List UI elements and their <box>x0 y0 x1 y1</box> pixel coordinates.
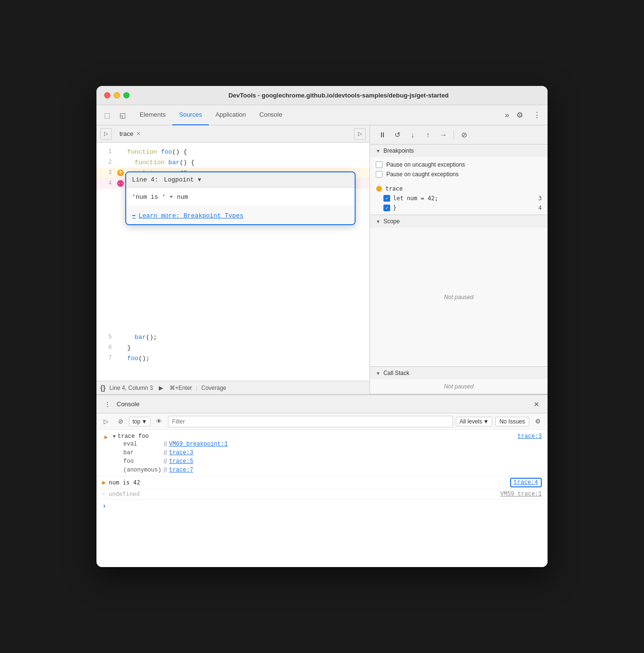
console-result-num: ▶ num is 42 trace:4 <box>96 476 548 489</box>
breakpoints-label: Breakpoints <box>383 147 414 154</box>
pause-icon[interactable]: ⏸ <box>376 129 388 141</box>
file-panel-end-icon[interactable]: ▷ <box>354 128 366 140</box>
callstack-header[interactable]: ▼ Call Stack <box>370 367 548 379</box>
inspect-icon[interactable]: ⬚ <box>100 109 114 122</box>
close-button[interactable] <box>104 92 110 98</box>
toolbar-separator <box>453 131 454 139</box>
file-tab-close-icon[interactable]: ✕ <box>135 130 142 138</box>
stack-link-foo[interactable]: trace:5 <box>169 458 193 465</box>
tab-console[interactable]: Console <box>253 105 289 125</box>
tab-application[interactable]: Application <box>209 105 253 125</box>
logpoint-popup: Line 4: Logpoint ▼ ➡ Learn more: Breakpo… <box>125 171 356 225</box>
console-toolbar: ▷ ⊘ top ▼ 👁 All levels ▼ No Issues ⚙ <box>96 413 548 430</box>
run-button[interactable]: ▶ <box>157 384 166 392</box>
bp-line-1: 3 <box>538 195 542 202</box>
logpoint-type-text: Logpoint <box>164 176 194 183</box>
traffic-lights <box>104 92 130 98</box>
learn-more-link[interactable]: ➡ Learn more: Breakpoint Types <box>132 212 349 219</box>
context-label: top <box>132 418 141 425</box>
scope-arrow-icon: ▼ <box>376 219 381 224</box>
code-editor: 1 function foo() { 2 function bar() { <box>96 143 370 381</box>
context-selector[interactable]: top ▼ <box>129 417 151 426</box>
pause-uncaught-label: Pause on uncaught exceptions <box>386 161 465 168</box>
line-content-1: function foo() { <box>125 148 187 156</box>
log-levels-selector[interactable]: All levels ▼ <box>456 417 492 426</box>
keyboard-shortcut: ⌘+Enter <box>169 385 192 391</box>
trace-group-ref[interactable]: trace:3 <box>518 433 542 440</box>
debugger-panel: ⏸ ↺ ↓ ↑ → ⊘ ▼ Breakpoints Pause on uncau… <box>370 125 548 394</box>
line-content-6: } <box>125 344 131 351</box>
result-ref-link[interactable]: trace:4 <box>510 478 542 487</box>
console-trace-group: ▶ ▼ trace foo trace:3 eval @ VM69 breakp… <box>96 432 548 476</box>
step-out-icon[interactable]: ↑ <box>422 129 434 141</box>
clear-console-icon[interactable]: ▷ <box>100 416 112 427</box>
logpoint-expression-input[interactable] <box>132 193 349 201</box>
logpoint-type-select[interactable]: Logpoint ▼ <box>164 176 202 183</box>
coverage-label: Coverage <box>201 385 226 391</box>
console-menu-icon[interactable]: ⋮ <box>102 399 113 410</box>
console-output: ▶ ▼ trace foo trace:3 eval @ VM69 breakp… <box>96 430 548 567</box>
file-tabs: ▷ trace ✕ ▷ <box>96 125 370 143</box>
stack-link-bar[interactable]: trace:3 <box>169 449 193 456</box>
status-bar: {} Line 4, Column 3 ▶ ⌘+Enter | Coverage <box>96 381 370 394</box>
bp-checkbox-2[interactable]: ✓ <box>383 205 390 211</box>
eye-icon[interactable]: 👁 <box>154 416 165 427</box>
file-tab-trace[interactable]: trace ✕ <box>116 125 145 143</box>
settings-icon[interactable]: ⚙ <box>513 109 526 122</box>
no-issues-button[interactable]: No Issues <box>495 417 529 426</box>
code-line-2: 2 function bar() { <box>96 157 370 168</box>
debugger-toolbar: ⏸ ↺ ↓ ↑ → ⊘ <box>370 125 548 145</box>
more-tabs-icon[interactable]: » <box>501 111 513 120</box>
pause-caught-label: Pause on caught exceptions <box>386 171 459 178</box>
pause-caught-checkbox[interactable] <box>376 171 382 178</box>
code-line-5: 5 bar(); <box>96 332 370 342</box>
deactivate-breakpoints-icon[interactable]: ⊘ <box>458 129 470 141</box>
step-over-icon[interactable]: ↺ <box>391 129 404 141</box>
nav-right: ⚙ ⋮ <box>513 109 544 122</box>
line-content-7: foo(); <box>125 355 150 362</box>
scope-header[interactable]: ▼ Scope <box>370 215 548 228</box>
trace-group-name: trace foo <box>118 433 149 440</box>
block-icon[interactable]: ⊘ <box>115 416 126 427</box>
callstack-arrow-icon: ▼ <box>376 371 381 376</box>
step-into-icon[interactable]: ↓ <box>406 129 419 141</box>
warning-icon: ▶ <box>102 433 110 441</box>
window-title: DevTools - googlechrome.github.io/devtoo… <box>137 92 540 99</box>
pause-options: Pause on uncaught exceptions Pause on ca… <box>370 157 548 182</box>
code-line-6: 6 } <box>96 342 370 353</box>
vm-ref-link[interactable]: VM59 trace:1 <box>501 491 542 497</box>
tab-elements[interactable]: Elements <box>133 105 172 125</box>
breakpoints-list: trace ✓ let num = 42; 3 ✓ } 4 <box>370 182 548 215</box>
console-settings-icon[interactable]: ⚙ <box>532 416 544 427</box>
console-header: ⋮ Console ✕ <box>96 395 548 413</box>
breakpoints-header[interactable]: ▼ Breakpoints <box>370 145 548 157</box>
device-icon[interactable]: ◱ <box>116 109 129 122</box>
console-filter-input[interactable] <box>168 416 453 427</box>
scope-status: Not paused <box>444 294 473 301</box>
tab-sources[interactable]: Sources <box>172 105 209 125</box>
more-options-icon[interactable]: ⋮ <box>530 109 544 122</box>
callstack-status: Not paused <box>444 383 473 390</box>
stack-link-eval[interactable]: VM69 breakpoint:1 <box>169 441 227 447</box>
line-number-6: 6 <box>96 344 116 351</box>
status-separator: | <box>196 385 197 391</box>
pause-uncaught-checkbox[interactable] <box>376 161 382 168</box>
line-number-5: 5 <box>96 334 116 340</box>
console-title: Console <box>117 400 531 408</box>
bp-file-icon <box>376 185 382 192</box>
callstack-section: ▼ Call Stack Not paused <box>370 367 548 394</box>
log-levels-label: All levels <box>459 418 482 425</box>
console-close-icon[interactable]: ✕ <box>531 399 542 410</box>
stack-link-anonymous[interactable]: trace:7 <box>169 467 193 473</box>
breakpoints-section: ▼ Breakpoints Pause on uncaught exceptio… <box>370 145 548 215</box>
trace-group-header: ▼ trace foo trace:3 <box>113 433 542 440</box>
fullscreen-button[interactable] <box>123 92 130 98</box>
file-panel-toggle[interactable]: ▷ <box>100 128 112 140</box>
minimize-button[interactable] <box>114 92 120 98</box>
main-area: ▷ trace ✕ ▷ 1 function foo() { <box>96 125 548 394</box>
console-section: ⋮ Console ✕ ▷ ⊘ top ▼ 👁 All levels ▼ No … <box>96 394 548 567</box>
log-levels-arrow-icon: ▼ <box>483 418 489 425</box>
step-icon[interactable]: → <box>437 129 450 141</box>
group-arrow-icon: ▼ <box>113 434 116 439</box>
bp-checkbox-1[interactable]: ✓ <box>383 195 390 202</box>
